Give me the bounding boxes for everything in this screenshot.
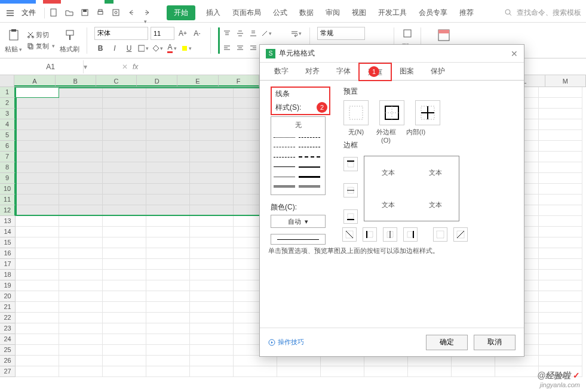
cell[interactable] <box>59 345 103 356</box>
cell[interactable] <box>190 248 234 259</box>
cell[interactable] <box>146 323 190 334</box>
cell[interactable] <box>539 152 582 162</box>
cell[interactable] <box>103 195 146 205</box>
cell[interactable] <box>103 141 146 152</box>
style-dash2[interactable] <box>299 144 320 150</box>
cell[interactable] <box>234 366 277 377</box>
cell[interactable] <box>103 173 146 184</box>
cell[interactable] <box>190 141 234 152</box>
cell[interactable] <box>146 313 190 323</box>
cell[interactable] <box>539 98 582 109</box>
cell[interactable] <box>539 216 582 227</box>
cell[interactable] <box>59 313 103 323</box>
row-header[interactable]: 3 <box>0 109 16 119</box>
col-header[interactable]: A <box>14 75 55 87</box>
dlg-tab-font[interactable]: 字体 <box>328 63 359 80</box>
style-dash-dot[interactable] <box>299 134 320 140</box>
cell-style-icon[interactable] <box>401 27 413 39</box>
close-icon[interactable]: ✕ <box>511 49 518 58</box>
preset-inner-button[interactable] <box>415 100 440 125</box>
row-header[interactable]: 16 <box>0 248 16 259</box>
cell[interactable] <box>539 345 582 356</box>
save-icon[interactable] <box>81 8 90 18</box>
tab-dev-tools[interactable]: 开发工具 <box>377 5 408 20</box>
cell[interactable] <box>59 259 103 270</box>
ok-button[interactable]: 确定 <box>426 335 468 350</box>
align-left-icon[interactable] <box>221 42 233 54</box>
cell[interactable] <box>190 130 234 141</box>
cell[interactable] <box>16 184 59 195</box>
cell[interactable] <box>190 227 234 237</box>
row-header[interactable]: 22 <box>0 313 16 323</box>
row-header[interactable]: 2 <box>0 98 16 109</box>
cell[interactable] <box>103 109 146 119</box>
cell[interactable] <box>103 302 146 313</box>
cell[interactable] <box>146 345 190 356</box>
cell[interactable] <box>16 109 59 119</box>
cell[interactable] <box>190 119 234 130</box>
tab-data[interactable]: 数据 <box>298 5 315 20</box>
cell[interactable] <box>146 130 190 141</box>
col-header[interactable]: F <box>219 75 259 87</box>
cell[interactable] <box>321 356 364 366</box>
fill-color-button[interactable] <box>152 42 164 54</box>
cell[interactable] <box>59 366 103 377</box>
cell[interactable] <box>103 356 146 366</box>
cell[interactable] <box>539 334 582 345</box>
cell[interactable] <box>59 280 103 291</box>
border-top-button[interactable] <box>343 157 358 171</box>
row-header[interactable]: 19 <box>0 280 16 291</box>
cell[interactable] <box>103 152 146 162</box>
row-header[interactable]: 17 <box>0 259 16 270</box>
tips-link[interactable]: 操作技巧 <box>268 338 304 347</box>
cell[interactable] <box>539 302 582 313</box>
underline-button[interactable]: U <box>123 42 135 54</box>
cell[interactable] <box>190 195 234 205</box>
cell[interactable] <box>146 119 190 130</box>
border-none2-button[interactable] <box>433 227 447 242</box>
cell[interactable] <box>103 205 146 216</box>
row-header[interactable]: 7 <box>0 152 16 162</box>
cell[interactable] <box>16 152 59 162</box>
cell[interactable] <box>539 205 582 216</box>
name-box[interactable]: A1 <box>18 60 84 73</box>
open-icon[interactable] <box>65 8 75 18</box>
cell[interactable] <box>190 291 234 302</box>
cell[interactable] <box>103 184 146 195</box>
cell[interactable] <box>146 152 190 162</box>
tab-view[interactable]: 视图 <box>351 5 367 20</box>
cell[interactable] <box>59 270 103 280</box>
cell[interactable] <box>146 109 190 119</box>
bold-button[interactable]: B <box>94 42 106 54</box>
cell[interactable] <box>103 270 146 280</box>
cell[interactable] <box>16 98 59 109</box>
cell[interactable] <box>539 237 582 248</box>
orientation-icon[interactable] <box>260 27 272 39</box>
cell[interactable] <box>59 119 103 130</box>
dlg-tab-align[interactable]: 对齐 <box>297 63 328 80</box>
cell[interactable] <box>234 356 277 366</box>
cell[interactable] <box>16 216 59 227</box>
cell[interactable] <box>103 345 146 356</box>
row-header[interactable]: 15 <box>0 237 16 248</box>
cell[interactable] <box>146 237 190 248</box>
border-bottom-button[interactable] <box>343 209 358 224</box>
cell[interactable] <box>277 366 321 377</box>
cell[interactable] <box>146 291 190 302</box>
cell[interactable] <box>16 141 59 152</box>
col-header[interactable]: B <box>56 75 96 87</box>
cell[interactable] <box>539 141 582 152</box>
new-icon[interactable] <box>50 8 59 18</box>
decrease-font-icon[interactable]: A- <box>191 27 203 39</box>
style-thin2[interactable] <box>274 174 295 180</box>
cell[interactable] <box>146 356 190 366</box>
cell[interactable] <box>190 205 234 216</box>
cell[interactable] <box>59 109 103 119</box>
cell[interactable] <box>16 227 59 237</box>
search-area[interactable]: 查找命令、搜索模板 <box>505 8 581 18</box>
row-header[interactable]: 26 <box>0 356 16 366</box>
cell[interactable] <box>190 323 234 334</box>
cell[interactable] <box>16 345 59 356</box>
row-header[interactable]: 23 <box>0 323 16 334</box>
cell[interactable] <box>539 227 582 237</box>
